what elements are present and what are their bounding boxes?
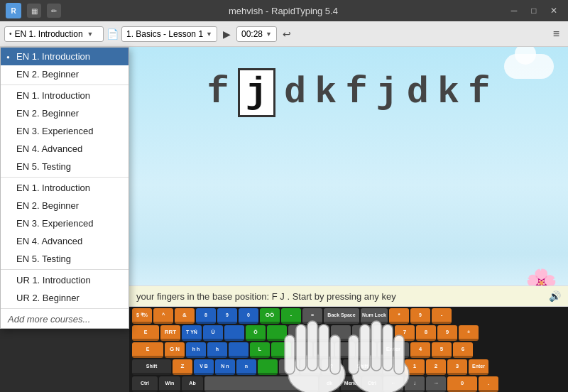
dropdown-item-en3-exp1[interactable]: EN 3. Experienced <box>1 122 129 140</box>
key-rshift: Shift <box>343 359 382 375</box>
key-y <box>267 325 287 341</box>
dropdown-item-en5-test1[interactable]: EN 5. Testing <box>1 158 129 175</box>
document-icon: 📄 <box>106 28 119 40</box>
num-8: 8 <box>416 325 436 341</box>
play-button[interactable]: ▶ <box>220 27 234 41</box>
key-j-highlight: j <box>238 68 275 117</box>
close-button[interactable]: ✕ <box>545 4 562 18</box>
num-9: 9 <box>410 308 430 324</box>
cloud-decoration <box>504 54 554 79</box>
key-a: G N <box>165 342 185 358</box>
key-2: & <box>175 308 195 324</box>
key-left: ← <box>383 376 403 392</box>
undo-button[interactable]: ↩ <box>280 27 294 41</box>
num-star: * <box>389 308 409 324</box>
dropdown-item-en1-intro2[interactable]: EN 1. Introduction <box>1 87 129 104</box>
key-tilde: $ ₹% <box>132 308 152 324</box>
num-0: 0 <box>447 376 477 392</box>
dropdown-item-en1-intro3[interactable]: EN 1. Introduction <box>1 179 129 197</box>
dropdown-item-en1-intro[interactable]: ● EN 1. Introduction <box>1 48 129 65</box>
key-bracket-open <box>373 325 393 341</box>
dropdown-item-en2-beginner1[interactable]: EN 2. Beginner <box>1 65 129 83</box>
key-ctrl-r: Ctrl <box>362 376 382 392</box>
dropdown-separator-4 <box>1 308 129 309</box>
dropdown-item-label: UR 1. Introduction <box>16 275 91 285</box>
status-bar: your fingers in the base position: F J .… <box>129 285 568 307</box>
dropdown-item-en3-exp2[interactable]: EN 3. Experienced <box>1 214 129 232</box>
num-plus: + <box>459 325 479 341</box>
key-f-home <box>229 342 248 358</box>
time-selector[interactable]: 00:28 ▼ <box>236 26 277 42</box>
key-tab: E <box>132 325 159 341</box>
app-title: mehvish - RapidTyping 5.4 <box>229 6 338 16</box>
dropdown-item-ur1-intro[interactable]: UR 1. Introduction <box>1 271 129 289</box>
dropdown-item-label: EN 5. Testing <box>16 254 71 264</box>
dropdown-item-label: EN 2. Beginner <box>16 200 79 211</box>
key-v: n <box>236 359 256 375</box>
dropdown-item-en4-adv1[interactable]: EN 4. Advanced <box>1 140 129 158</box>
dropdown-item-en4-adv2[interactable]: EN 4. Advanced <box>1 232 129 250</box>
numlock-key: Num Lock <box>361 308 388 324</box>
key-alt-r: dk <box>320 376 339 392</box>
keys-display: f j d k f j d k f <box>129 47 568 124</box>
key-ctrl-l: Ctrl <box>132 376 158 392</box>
key-p <box>352 325 372 341</box>
dropdown-item-label: UR 2. Beginner <box>16 293 80 303</box>
num-9b: 9 <box>437 325 457 341</box>
title-bar-left: R ▦ ✏ <box>6 3 61 18</box>
key-caps: E <box>132 342 163 358</box>
dropdown-separator-2 <box>1 177 129 178</box>
num-2: 2 <box>426 359 446 375</box>
chart-icon[interactable]: ▦ <box>27 4 41 18</box>
key-n <box>279 359 299 375</box>
backspace-key: Back Space <box>324 308 359 324</box>
key-menu: Menu <box>341 376 361 392</box>
lesson-label: 1. Basics - Lesson 1 <box>126 29 203 39</box>
key-1: ^ <box>153 308 173 324</box>
dropdown-separator-3 <box>1 269 129 270</box>
volume-icon[interactable]: 🔊 <box>549 290 561 302</box>
tag-icon[interactable]: ✏ <box>47 4 61 18</box>
key-j-home <box>293 342 312 358</box>
keyboard-row-home: E G N h h h L Enter 4 5 6 <box>132 342 565 358</box>
keyboard-row-space: Ctrl Win Ab dk Menu Ctrl ← ↓ → 0 . <box>132 376 565 392</box>
dropdown-item-en2-beginner2[interactable]: EN 2. Beginner <box>1 104 129 122</box>
key-b <box>258 359 278 375</box>
num-1: 1 <box>405 359 425 375</box>
dropdown-item-ur2-beginner[interactable]: UR 2. Beginner <box>1 289 129 307</box>
key-k-home <box>314 342 334 358</box>
key-3: 8 <box>196 308 216 324</box>
key-c: N n <box>215 359 235 375</box>
time-arrow-icon: ▼ <box>266 31 272 38</box>
num-dash: - <box>432 308 452 324</box>
content-area: f j d k f j d k f 🌸 your fingers in the … <box>129 47 568 392</box>
dropdown-item-en5-test2[interactable]: EN 5. Testing <box>1 250 129 268</box>
add-more-label: Add more courses... <box>8 314 90 325</box>
num-4: 4 <box>410 342 430 358</box>
key-semi <box>356 342 376 358</box>
key-up: ↑ <box>383 359 403 375</box>
dropdown-item-en2-beginner3[interactable]: EN 2. Beginner <box>1 197 129 214</box>
key-f2: f <box>345 72 367 114</box>
hamburger-menu-button[interactable]: ≡ <box>549 26 564 42</box>
key-5: 0 <box>239 308 258 324</box>
window-controls: ─ □ ✕ <box>506 4 562 18</box>
add-more-courses-button[interactable]: Add more courses... <box>1 310 129 328</box>
key-g: L <box>250 342 270 358</box>
lesson-selector[interactable]: 1. Basics - Lesson 1 ▼ <box>121 26 217 42</box>
maximize-button[interactable]: □ <box>525 4 542 18</box>
course-selector[interactable]: • EN 1. Introduction ▼ <box>4 26 104 42</box>
enter-key: Enter <box>378 342 409 358</box>
key-4: 9 <box>217 308 237 324</box>
dropdown-separator-1 <box>1 85 129 85</box>
dropdown-item-label: EN 1. Introduction <box>16 51 90 62</box>
key-win: Win <box>159 376 180 392</box>
key-7: - <box>281 308 301 324</box>
key-j2: j <box>376 72 398 114</box>
lesson-arrow-icon: ▼ <box>206 31 212 38</box>
minimize-button[interactable]: ─ <box>506 4 523 18</box>
key-o <box>331 325 351 341</box>
key-w: T YŃ <box>182 325 202 341</box>
num-7: 7 <box>395 325 415 341</box>
status-text: your fingers in the base position: F J .… <box>136 291 396 302</box>
